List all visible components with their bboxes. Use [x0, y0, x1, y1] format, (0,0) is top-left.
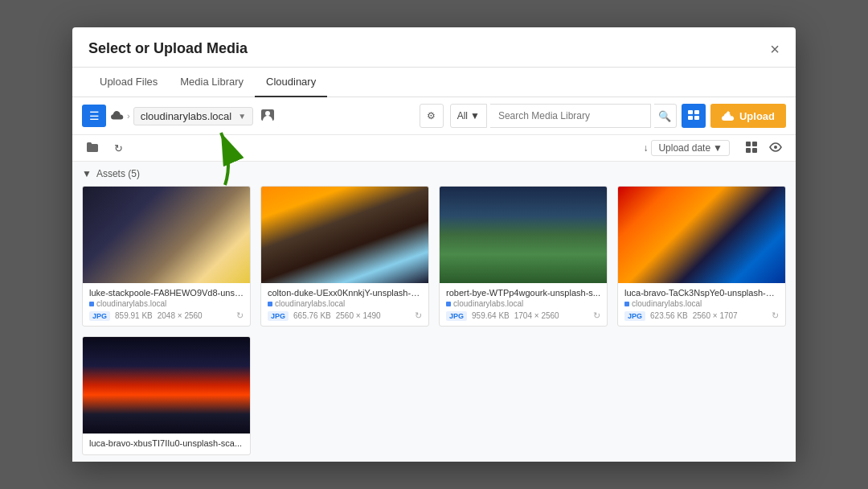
asset-refresh-3[interactable]: ↻ — [593, 310, 600, 321]
asset-type-badge-4: JPG — [624, 311, 645, 321]
sort-label: Upload date — [658, 142, 710, 154]
eye-view-button[interactable] — [765, 138, 786, 158]
asset-size-3: 959.64 KB — [472, 311, 510, 320]
asset-size-1: 859.91 KB — [115, 311, 153, 320]
asset-card-4[interactable]: luca-bravo-TaCk3NspYe0-unsplash-sc... cl… — [617, 186, 786, 327]
asset-info-3: robert-bye-WTPp4wgourk-unsplash-s... clo… — [440, 283, 607, 326]
asset-type-badge-2: JPG — [268, 311, 289, 321]
svg-point-10 — [774, 146, 777, 149]
svg-rect-2 — [688, 110, 693, 114]
upload-cloud-icon — [722, 109, 735, 123]
asset-name-3: robert-bye-WTPp4wgourk-unsplash-s... — [446, 288, 600, 298]
sort-section: ↓ Upload date ▼ — [643, 140, 730, 156]
asset-location-2: cloudinarylabs.local — [268, 299, 422, 308]
asset-thumbnail-5 — [83, 337, 250, 434]
media-manage-button[interactable] — [682, 104, 706, 128]
asset-location-4: cloudinarylabs.local — [624, 299, 779, 308]
search-input[interactable] — [490, 104, 651, 128]
location-dot-icon-4 — [624, 302, 629, 306]
asset-card-3[interactable]: robert-bye-WTPp4wgourk-unsplash-s... clo… — [439, 186, 608, 327]
grid-icon — [746, 142, 757, 155]
asset-size-2: 665.76 KB — [293, 311, 331, 320]
filter-chevron-icon: ▼ — [470, 110, 480, 121]
refresh-button[interactable]: ↻ — [108, 138, 129, 158]
asset-refresh-2[interactable]: ↻ — [415, 310, 422, 321]
refresh-icon: ↻ — [114, 142, 123, 154]
asset-name-5: luca-bravo-xbusTI7IIu0-unsplash-sca... — [89, 438, 244, 448]
new-folder-button[interactable] — [82, 138, 103, 158]
location-dot-icon — [89, 302, 94, 306]
menu-icon: ☰ — [89, 109, 100, 122]
asset-card-5[interactable]: luca-bravo-xbusTI7IIu0-unsplash-sca... — [82, 336, 251, 455]
tab-upload-files[interactable]: Upload Files — [88, 68, 169, 97]
asset-info-4: luca-bravo-TaCk3NspYe0-unsplash-sc... cl… — [618, 283, 785, 326]
filter-icon: ⚙ — [427, 110, 436, 121]
asset-meta-4: JPG 623.56 KB 2560 × 1707 ↻ — [624, 310, 779, 321]
asset-refresh-4[interactable]: ↻ — [772, 310, 779, 321]
svg-rect-4 — [688, 116, 693, 120]
location-text-2: cloudinarylabs.local — [275, 299, 345, 308]
assets-chevron-icon: ▼ — [82, 168, 92, 179]
sort-chevron-icon: ▼ — [713, 142, 723, 154]
menu-button[interactable]: ☰ — [82, 105, 106, 127]
sort-arrow-icon: ↓ — [643, 142, 648, 154]
svg-rect-8 — [746, 148, 751, 153]
filter-dropdown[interactable]: All ▼ — [450, 104, 487, 128]
main-toolbar: ☰ › cloudinarylabs.local ▼ — [72, 97, 796, 135]
asset-dimensions-4: 2560 × 1707 — [693, 311, 738, 320]
sub-toolbar: ↻ ↓ Upload date ▼ — [72, 135, 796, 162]
tab-media-library[interactable]: Media Library — [169, 68, 255, 97]
asset-info-1: luke-stackpoole-FA8HEWO9Vd8-unspl... clo… — [83, 283, 250, 326]
asset-card-2[interactable]: colton-duke-UExx0KnnkjY-unsplash-s... cl… — [260, 186, 429, 327]
svg-rect-5 — [694, 116, 699, 120]
assets-grid: luke-stackpoole-FA8HEWO9Vd8-unspl... clo… — [82, 186, 786, 455]
assets-count-label: Assets (5) — [96, 168, 140, 179]
breadcrumb-location[interactable]: cloudinarylabs.local ▼ — [133, 107, 253, 125]
tab-cloudinary[interactable]: Cloudinary — [255, 68, 327, 97]
asset-info-2: colton-duke-UExx0KnnkjY-unsplash-s... cl… — [261, 283, 428, 326]
location-dot-icon-3 — [446, 302, 451, 306]
asset-thumbnail-4 — [618, 187, 785, 283]
tab-bar: Upload Files Media Library Cloudinary — [72, 68, 796, 97]
grid-view-button[interactable] — [741, 138, 762, 158]
svg-rect-6 — [746, 142, 751, 146]
sort-dropdown[interactable]: Upload date ▼ — [651, 140, 730, 156]
eye-icon — [769, 142, 782, 154]
svg-rect-7 — [752, 142, 757, 146]
asset-dimensions-2: 2560 × 1490 — [336, 311, 381, 320]
location-text-3: cloudinarylabs.local — [453, 299, 523, 308]
asset-name-2: colton-duke-UExx0KnnkjY-unsplash-s... — [268, 288, 422, 298]
chevron-down-icon: ▼ — [238, 112, 246, 121]
advanced-filter-button[interactable]: ⚙ — [420, 104, 444, 128]
asset-name-1: luke-stackpoole-FA8HEWO9Vd8-unspl... — [89, 288, 244, 298]
search-button[interactable]: 🔍 — [654, 104, 677, 128]
asset-thumbnail-2 — [261, 187, 428, 283]
asset-type-badge-1: JPG — [89, 311, 110, 321]
assets-header[interactable]: ▼ Assets (5) — [82, 168, 786, 179]
modal-header: Select or Upload Media × — [72, 27, 796, 68]
breadcrumb-user-icon — [260, 108, 276, 125]
media-icon — [687, 109, 700, 123]
svg-rect-9 — [752, 148, 757, 153]
cloud-icon — [111, 110, 124, 122]
asset-refresh-1[interactable]: ↻ — [236, 310, 244, 321]
location-text: cloudinarylabs.local — [141, 110, 231, 122]
upload-label: Upload — [739, 110, 775, 122]
view-buttons — [741, 138, 786, 158]
close-button[interactable]: × — [770, 41, 780, 67]
upload-button[interactable]: Upload — [710, 104, 786, 128]
asset-dimensions-1: 2048 × 2560 — [158, 311, 203, 320]
asset-card-1[interactable]: luke-stackpoole-FA8HEWO9Vd8-unspl... clo… — [82, 186, 251, 327]
location-text-1: cloudinarylabs.local — [96, 299, 166, 308]
asset-location-3: cloudinarylabs.local — [446, 299, 600, 308]
search-icon: 🔍 — [658, 110, 671, 122]
location-dot-icon-2 — [268, 302, 272, 306]
asset-type-badge-3: JPG — [446, 311, 467, 321]
asset-meta-3: JPG 959.64 KB 1704 × 2560 ↻ — [446, 310, 600, 321]
filter-all-label: All — [457, 110, 468, 121]
asset-dimensions-3: 1704 × 2560 — [514, 311, 559, 320]
asset-size-4: 623.56 KB — [650, 311, 688, 320]
asset-thumbnail-1 — [83, 187, 250, 283]
breadcrumb-separator: › — [127, 111, 130, 121]
asset-info-5: luca-bravo-xbusTI7IIu0-unsplash-sca... — [83, 434, 250, 454]
